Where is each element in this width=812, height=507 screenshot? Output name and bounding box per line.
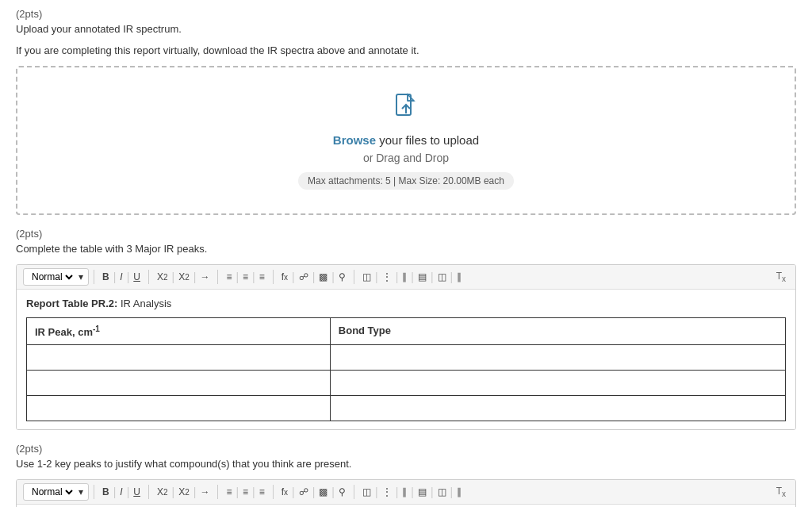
sep11: | (396, 271, 399, 283)
j-ordered-list-button[interactable]: ≡ (223, 485, 235, 499)
bond-type-cell-2[interactable] (330, 371, 785, 396)
table-button[interactable]: ◫ (359, 270, 374, 284)
ordered-list-button[interactable]: ≡ (223, 270, 235, 284)
j-arrow-button[interactable]: → (197, 485, 213, 499)
j-formula-button[interactable]: fx (278, 485, 291, 499)
svg-rect-0 (396, 94, 411, 115)
sep2: | (127, 271, 130, 283)
justify-chevron-icon: ▾ (79, 486, 83, 497)
j-table-group: ◫ | ⋮ | ∥ | ▤ | ◫ | ∥ (359, 485, 465, 499)
divider-4 (273, 270, 274, 284)
sep9: | (331, 271, 335, 283)
table-instruction: Complete the table with 3 Major IR peaks… (16, 243, 796, 255)
j-divider-3 (217, 485, 218, 499)
j-attach-button[interactable]: ⚲ (335, 485, 349, 499)
j-underline-button[interactable]: U (130, 485, 144, 499)
j-bold-button[interactable]: B (99, 485, 113, 499)
link-button[interactable]: ☍ (296, 270, 312, 284)
browse-link[interactable]: Browse (333, 133, 376, 147)
sep5: | (236, 271, 239, 283)
sep7: | (292, 271, 295, 283)
list-group: ≡ | ≡ | ≡ (223, 270, 267, 284)
j-subscript-button[interactable]: X2 (154, 485, 171, 499)
table-header-row: IR Peak, cm-1 Bond Type (27, 318, 786, 345)
j-image-button[interactable]: ▩ (316, 485, 331, 499)
j-divider-2 (148, 485, 149, 499)
ir-peak-cell-1[interactable] (27, 345, 331, 371)
style-dropdown[interactable]: Normal (29, 271, 75, 283)
j-bar-button[interactable]: ∥ (454, 485, 465, 499)
unordered-list-button[interactable]: ≡ (239, 270, 251, 284)
virtual-instruction: If you are completing this report virtua… (16, 44, 796, 56)
tx-button[interactable]: Tx (773, 269, 789, 285)
insert-group: fx | ☍ | ▩ | ⚲ (278, 270, 349, 284)
table-section: (2pts) Complete the table with 3 Major I… (16, 228, 796, 430)
sep13: | (431, 271, 434, 283)
j-unordered-list-button[interactable]: ≡ (239, 485, 251, 499)
subscript-button[interactable]: X2 (154, 270, 171, 284)
table-subtitle: IR Analysis (121, 298, 171, 309)
j-col-insert-button[interactable]: ∥ (399, 485, 410, 499)
table-row (27, 345, 786, 371)
j-row-button[interactable]: ▤ (415, 485, 430, 499)
upload-icon (33, 91, 779, 125)
col-insert-button[interactable]: ∥ (399, 270, 410, 284)
align-button[interactable]: ≡ (256, 270, 268, 284)
j-list-group: ≡ | ≡ | ≡ (223, 485, 267, 499)
superscript-button[interactable]: X2 (175, 270, 193, 284)
ir-peak-cell-3[interactable] (27, 396, 331, 421)
ir-analysis-table: IR Peak, cm-1 Bond Type (26, 317, 786, 421)
j-columns-button[interactable]: ⋮ (379, 485, 395, 499)
j-format-group: B | I | U (99, 485, 144, 499)
underline-button[interactable]: U (130, 270, 144, 284)
upload-section: (2pts) Upload your annotated IR spectrum… (16, 8, 796, 215)
table-title: Report Table PR.2: IR Analysis (26, 298, 786, 309)
bold-button[interactable]: B (99, 270, 113, 284)
row-button[interactable]: ▤ (415, 270, 430, 284)
upload-prompt: your files to upload (376, 133, 479, 147)
divider-2 (148, 270, 149, 284)
formula-button[interactable]: fx (278, 270, 291, 284)
j-table-button[interactable]: ◫ (359, 485, 374, 499)
justify-section: (2pts) Use 1-2 key peaks to justify what… (16, 443, 796, 507)
columns-button[interactable]: ⋮ (379, 270, 395, 284)
upload-text: Browse your files to upload (33, 133, 779, 147)
table-pts: (2pts) (16, 228, 796, 240)
bar-button[interactable]: ∥ (454, 270, 465, 284)
j-tx-button[interactable]: Tx (773, 484, 789, 500)
bond-type-cell-1[interactable] (330, 345, 785, 371)
upload-dropzone[interactable]: Browse your files to upload or Drag and … (16, 66, 796, 215)
justify-style-dropdown[interactable]: Normal (29, 486, 75, 498)
table-editor: Normal ▾ B | I | U X2 | X2 | → (16, 264, 796, 430)
justify-pts: (2pts) (16, 443, 796, 455)
j-align-button[interactable]: ≡ (256, 485, 268, 499)
j-italic-button[interactable]: I (117, 485, 125, 499)
table-row (27, 371, 786, 396)
cell-button[interactable]: ◫ (435, 270, 450, 284)
sep10: | (375, 271, 378, 283)
ir-peak-cell-2[interactable] (27, 371, 331, 396)
j-cell-button[interactable]: ◫ (435, 485, 450, 499)
sep14: | (450, 271, 454, 283)
italic-button[interactable]: I (117, 270, 125, 284)
bond-type-cell-3[interactable] (330, 396, 785, 421)
j-superscript-button[interactable]: X2 (175, 485, 193, 499)
image-button[interactable]: ▩ (316, 270, 331, 284)
sep1: | (113, 271, 117, 283)
attach-button[interactable]: ⚲ (335, 270, 349, 284)
format-group: B | I | U (99, 270, 144, 284)
arrow-button[interactable]: → (197, 270, 213, 284)
table-row (27, 396, 786, 421)
j-link-button[interactable]: ☍ (296, 485, 312, 499)
j-divider-5 (354, 485, 354, 499)
justify-style-select[interactable]: Normal ▾ (23, 483, 89, 501)
style-select[interactable]: Normal ▾ (23, 268, 89, 286)
sep3: | (172, 271, 175, 283)
table-editor-content[interactable]: Report Table PR.2: IR Analysis IR Peak, … (17, 290, 795, 429)
drag-drop-text: or Drag and Drop (33, 152, 779, 164)
upload-instruction: Upload your annotated IR spectrum. (16, 23, 796, 35)
divider-5 (354, 270, 354, 284)
justify-toolbar: Normal ▾ B | I | U X2 | X2 | → (17, 480, 795, 505)
attachment-info: Max attachments: 5 | Max Size: 20.00MB e… (298, 172, 514, 190)
divider-1 (94, 270, 94, 284)
